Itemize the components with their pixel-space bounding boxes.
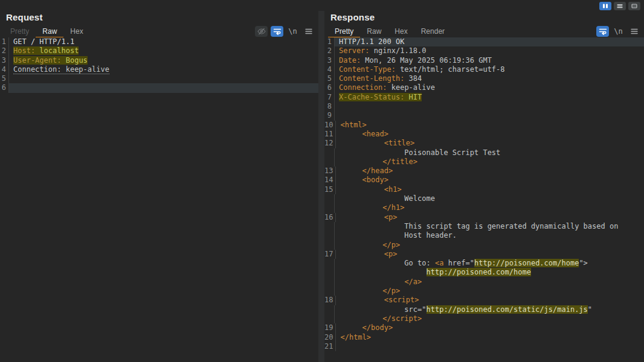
- request-tab-raw[interactable]: Raw: [36, 25, 63, 38]
- code-text[interactable]: Content-Type: text/html; charset=utf-8: [335, 65, 644, 74]
- code-text[interactable]: src="http://poisoned.com/static/js/main.…: [335, 305, 644, 314]
- code-text[interactable]: </a>: [335, 278, 644, 287]
- menu-button[interactable]: [628, 26, 640, 37]
- code-line[interactable]: Go to: <a href="http://poisoned.com/home…: [324, 259, 644, 268]
- menu-button[interactable]: [302, 26, 315, 37]
- code-line[interactable]: src="http://poisoned.com/static/js/main.…: [324, 305, 644, 314]
- code-text[interactable]: HTTP/1.1 200 OK: [335, 37, 644, 46]
- code-line[interactable]: 18 <script>: [324, 296, 644, 305]
- code-text[interactable]: User-Agent: Bogus: [9, 56, 318, 65]
- code-text[interactable]: <head>: [336, 130, 644, 139]
- code-line[interactable]: </title>: [324, 157, 644, 167]
- layout-columns-button[interactable]: [599, 2, 611, 10]
- code-line[interactable]: </script>: [324, 314, 644, 323]
- wrap-lines-button[interactable]: [596, 26, 609, 37]
- code-text[interactable]: <html>: [336, 121, 644, 130]
- code-line[interactable]: 5: [0, 74, 318, 83]
- code-text[interactable]: X-Cache-Status: HIT: [335, 93, 644, 102]
- code-text[interactable]: [336, 342, 644, 351]
- code-line[interactable]: 20</html>: [324, 333, 644, 342]
- code-line[interactable]: </a>: [324, 278, 644, 287]
- code-line[interactable]: 9: [324, 111, 644, 120]
- newline-button[interactable]: \n: [612, 26, 625, 37]
- code-line[interactable]: http://poisoned.com/home: [324, 268, 644, 277]
- newline-button[interactable]: \n: [286, 26, 299, 37]
- code-text[interactable]: [9, 83, 318, 92]
- code-text[interactable]: </h1>: [335, 203, 644, 212]
- code-text[interactable]: http://poisoned.com/home: [335, 268, 644, 277]
- code-line[interactable]: 1GET / HTTP/1.1: [0, 37, 318, 46]
- code-text[interactable]: [9, 74, 318, 83]
- code-line[interactable]: 12 <title>: [324, 139, 644, 148]
- panel-split-divider[interactable]: [318, 11, 324, 362]
- code-line[interactable]: 15 <h1>: [324, 185, 644, 194]
- code-line[interactable]: 14 <body>: [324, 176, 644, 185]
- code-line[interactable]: 2Host: localhost: [0, 46, 318, 56]
- code-line[interactable]: Welcome: [324, 194, 644, 203]
- code-text[interactable]: </head>: [336, 167, 644, 176]
- wrap-lines-button[interactable]: [271, 26, 283, 37]
- code-text[interactable]: </body>: [336, 323, 644, 332]
- code-line[interactable]: 8: [324, 102, 644, 111]
- code-line[interactable]: 13 </head>: [324, 167, 644, 176]
- code-line[interactable]: 2Server: nginx/1.18.0: [324, 46, 644, 56]
- response-tab-pretty[interactable]: Pretty: [328, 25, 360, 38]
- code-text[interactable]: Welcome: [335, 194, 644, 203]
- code-line[interactable]: 5Content-Length: 384: [324, 74, 644, 83]
- code-text[interactable]: Go to: <a href="http://poisoned.com/home…: [335, 259, 644, 268]
- code-line[interactable]: 16 <p>: [324, 213, 644, 222]
- code-text[interactable]: GET / HTTP/1.1: [9, 37, 318, 46]
- code-text[interactable]: Connection: keep-alive: [9, 65, 318, 74]
- code-line[interactable]: </p>: [324, 241, 644, 250]
- code-text[interactable]: Connection: keep-alive: [335, 83, 644, 92]
- response-tab-render[interactable]: Render: [414, 25, 451, 38]
- code-line[interactable]: 1HTTP/1.1 200 OK: [324, 37, 644, 46]
- code-text[interactable]: <p>: [336, 250, 644, 259]
- request-tab-hex[interactable]: Hex: [63, 25, 89, 38]
- code-line[interactable]: 4Content-Type: text/html; charset=utf-8: [324, 65, 644, 74]
- code-text[interactable]: </script>: [335, 314, 644, 323]
- code-line[interactable]: 6: [0, 83, 318, 92]
- code-line[interactable]: 4Connection: keep-alive: [0, 65, 318, 74]
- code-text[interactable]: Server: nginx/1.18.0: [335, 46, 644, 56]
- code-text[interactable]: Host: localhost: [9, 46, 318, 56]
- code-line[interactable]: 10<html>: [324, 121, 644, 130]
- code-line[interactable]: 7X-Cache-Status: HIT: [324, 93, 644, 102]
- code-text[interactable]: </p>: [335, 287, 644, 296]
- code-text[interactable]: [335, 111, 644, 120]
- code-text[interactable]: <title>: [336, 139, 644, 148]
- code-line[interactable]: 19 </body>: [324, 323, 644, 332]
- code-line[interactable]: </h1>: [324, 203, 644, 212]
- code-line[interactable]: 3User-Agent: Bogus: [0, 56, 318, 65]
- code-line[interactable]: </p>: [324, 287, 644, 296]
- layout-single-button[interactable]: [628, 2, 640, 10]
- layout-rows-button[interactable]: [614, 2, 626, 10]
- code-line[interactable]: 21: [324, 342, 644, 351]
- response-tab-raw[interactable]: Raw: [360, 25, 388, 38]
- code-text[interactable]: [335, 102, 644, 111]
- code-text[interactable]: <h1>: [336, 185, 644, 194]
- code-text[interactable]: </title>: [335, 157, 644, 167]
- code-text[interactable]: Date: Mon, 26 May 2025 06:19:36 GMT: [335, 56, 644, 65]
- code-line[interactable]: 17 <p>: [324, 250, 644, 259]
- code-text[interactable]: <body>: [336, 176, 644, 185]
- visibility-off-button[interactable]: [255, 26, 268, 37]
- code-line[interactable]: 6Connection: keep-alive: [324, 83, 644, 92]
- code-line[interactable]: This script tag is generated dynamically…: [324, 222, 644, 231]
- request-editor[interactable]: 1GET / HTTP/1.12Host: localhost3User-Age…: [0, 37, 318, 362]
- code-line[interactable]: 3Date: Mon, 26 May 2025 06:19:36 GMT: [324, 56, 644, 65]
- code-text[interactable]: </p>: [335, 241, 644, 250]
- code-text[interactable]: Host header.: [335, 231, 644, 240]
- code-text[interactable]: <p>: [336, 213, 644, 222]
- response-tab-hex[interactable]: Hex: [388, 25, 414, 38]
- code-text[interactable]: This script tag is generated dynamically…: [335, 222, 644, 231]
- code-text[interactable]: Content-Length: 384: [335, 74, 644, 83]
- code-text[interactable]: </html>: [336, 333, 644, 342]
- code-line[interactable]: 11 <head>: [324, 130, 644, 139]
- code-text[interactable]: Poisonable Script Test: [335, 148, 644, 157]
- line-number: 6: [324, 83, 335, 92]
- code-text[interactable]: <script>: [336, 296, 644, 305]
- response-editor[interactable]: 1HTTP/1.1 200 OK2Server: nginx/1.18.03Da…: [324, 37, 644, 362]
- code-line[interactable]: Poisonable Script Test: [324, 148, 644, 157]
- code-line[interactable]: Host header.: [324, 231, 644, 240]
